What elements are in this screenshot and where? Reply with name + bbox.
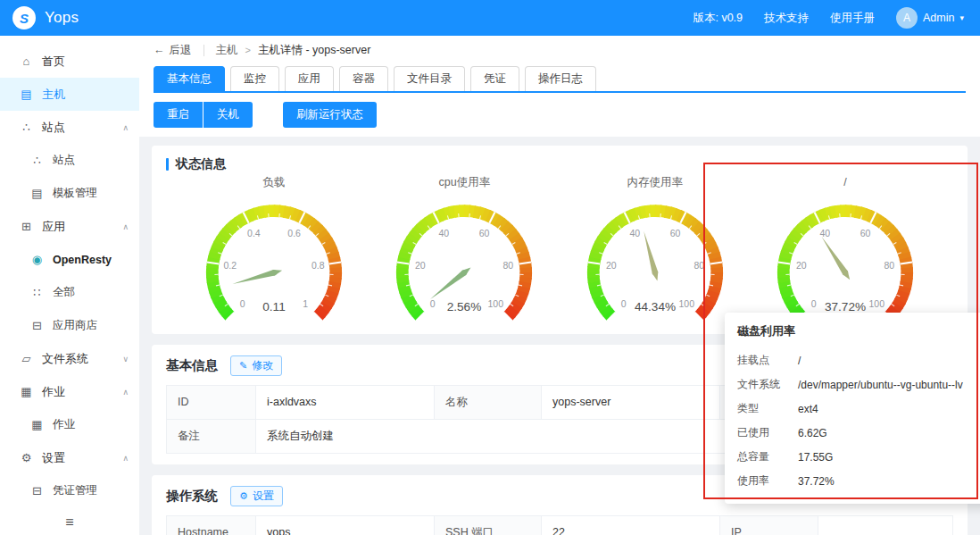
basic-info-title: 基本信息 [166,357,218,374]
tooltip-value: / [798,355,801,367]
version-label: 版本: v0.9 [693,11,743,26]
site-icon: ∴ [20,121,33,134]
sidebar-item-credential-management[interactable]: ⊟ 凭证管理 [0,474,139,507]
tab-basic-info[interactable]: 基本信息 [154,66,225,91]
tab-credentials[interactable]: 凭证 [470,66,519,91]
tooltip-value: 6.62G [798,427,827,439]
yops-logo-icon: S [12,6,36,29]
refresh-status-button[interactable]: 刷新运行状态 [283,102,377,128]
tab-monitoring[interactable]: 监控 [230,66,279,91]
host-icon: ▤ [20,88,33,101]
back-button[interactable]: ← 后退 [154,43,192,58]
field-label: 名称 [435,386,542,420]
avatar: A [896,7,918,29]
gauge-chart-cpu[interactable]: 0204060801002.56% [370,190,558,323]
svg-text:0.4: 0.4 [247,229,261,238]
user-name: Admin [923,12,954,24]
tab-operation-logs[interactable]: 操作日志 [525,66,596,91]
chevron-up-icon: ∧ [122,454,129,463]
sidebar-item-all-apps[interactable]: ∷ 全部 [0,276,139,309]
sidebar-item-label: 主机 [42,87,65,103]
status-section-title: 状态信息 [176,156,226,172]
os-info-title: 操作系统 [166,488,218,505]
edit-button[interactable]: ✎ 修改 [230,355,282,376]
sidebar-item-job[interactable]: ▦ 作业 [0,408,139,441]
restart-button[interactable]: 重启 [154,102,203,128]
gauge-load[interactable]: 负载 00.20.40.60.810.11 [180,174,368,323]
breadcrumb: ← 后退 主机 > 主机详情 - yops-server [154,39,966,61]
sidebar-item-site-group[interactable]: ∴ 站点 ∧ [0,111,139,144]
svg-text:0: 0 [430,299,436,309]
field-label: ID [167,386,256,420]
gauge-title: 内存使用率 [561,174,749,190]
sidebar-item-site[interactable]: ∴ 站点 [0,144,139,177]
svg-text:80: 80 [503,261,514,271]
os-info-table: Hostname yops SSH 端口 22 IP CPU数量 2 CPU核心… [166,515,953,535]
gauge-chart-memory[interactable]: 02040608010044.34% [561,190,749,323]
gauge-title: cpu使用率 [370,174,558,190]
sidebar-item-home[interactable]: ⌂ 首页 [0,45,139,78]
manual-link[interactable]: 使用手册 [830,11,875,26]
sidebar-item-label: 站点 [53,153,75,168]
grid-icon: ∷ [30,286,44,299]
sidebar-item-label: 应用 [42,219,65,235]
svg-text:60: 60 [860,229,871,238]
svg-text:100: 100 [868,299,884,309]
page-header: ← 后退 主机 > 主机详情 - yops-server 基本信息 监控 应用 … [139,36,980,137]
tooltip-label: 总容量 [737,449,798,464]
sidebar-item-openresty[interactable]: ◉ OpenResty [0,243,139,276]
sidebar-item-label: 设置 [42,450,65,466]
gear-icon: ⚙ [239,490,248,502]
gauge-memory[interactable]: 内存使用率 02040608010044.34% [561,174,749,323]
app-name: Yops [45,9,79,27]
field-label: IP [720,516,818,535]
tooltip-row: 文件系统 /dev/mapper/ubuntu--vg-ubuntu--lv [737,372,980,397]
tooltip-row: 已使用 6.62G [737,421,980,445]
breadcrumb-section[interactable]: 主机 [216,43,238,58]
tooltip-label: 文件系统 [737,377,798,392]
section-marker [166,158,169,171]
gauge-cpu[interactable]: cpu使用率 0204060801002.56% [370,174,558,323]
sidebar-item-job-group[interactable]: ▦ 作业 ∧ [0,375,139,408]
support-link[interactable]: 技术支持 [764,11,809,26]
sidebar-item-host[interactable]: ▤ 主机 [0,78,139,111]
tooltip-row: 总容量 17.55G [737,445,980,469]
disk-tooltip: 磁盘利用率 挂载点 / 文件系统 /dev/mapper/ubuntu--vg-… [725,313,980,504]
topbar: S Yops 版本: v0.9 技术支持 使用手册 A Admin ▾ [0,0,980,36]
user-menu[interactable]: A Admin ▾ [896,7,964,29]
back-label: 后退 [170,43,192,58]
tooltip-value: 17.55G [798,451,833,464]
collapse-sidebar-button[interactable]: ≡ [0,514,139,531]
template-icon: ▤ [30,187,44,200]
sidebar-item-app-store[interactable]: ⊟ 应用商店 [0,309,139,342]
gauge-disk[interactable]: / 02040608010037.72% [752,174,939,323]
sidebar-item-template-management[interactable]: ▤ 模板管理 [0,177,139,210]
tab-container[interactable]: 容器 [339,66,388,91]
gauge-chart-load[interactable]: 00.20.40.60.810.11 [180,190,368,323]
tab-application[interactable]: 应用 [285,66,334,91]
sidebar-item-filesystem[interactable]: ▱ 文件系统 ∨ [0,342,139,375]
gauge-chart-disk[interactable]: 02040608010037.72% [752,190,939,323]
sidebar-item-label: 模板管理 [53,186,97,201]
shutdown-button[interactable]: 关机 [203,102,253,128]
appstore-icon: ⊟ [30,319,44,332]
sidebar-item-settings-group[interactable]: ⚙ 设置 ∧ [0,441,139,474]
sidebar-item-app-group[interactable]: ⊞ 应用 ∧ [0,210,139,243]
site-icon: ∴ [30,154,44,167]
openresty-icon: ◉ [30,253,44,266]
os-settings-button[interactable]: ⚙ 设置 [230,486,283,506]
brand[interactable]: S Yops [12,6,79,29]
chevron-up-icon: ∧ [122,123,129,132]
svg-text:100: 100 [488,299,504,309]
svg-text:80: 80 [693,261,704,271]
chevron-down-icon: ▾ [959,13,964,22]
svg-text:0.11: 0.11 [262,300,286,313]
tooltip-label: 类型 [737,401,798,416]
field-label: SSH 端口 [435,516,542,535]
sidebar-item-label: 首页 [42,54,65,70]
tab-file-directory[interactable]: 文件目录 [394,66,465,91]
sidebar-item-label: OpenResty [53,254,112,266]
tooltip-value: /dev/mapper/ubuntu--vg-ubuntu--lv [798,379,963,391]
field-value: yops-server [542,386,720,420]
svg-text:0.8: 0.8 [311,261,325,271]
